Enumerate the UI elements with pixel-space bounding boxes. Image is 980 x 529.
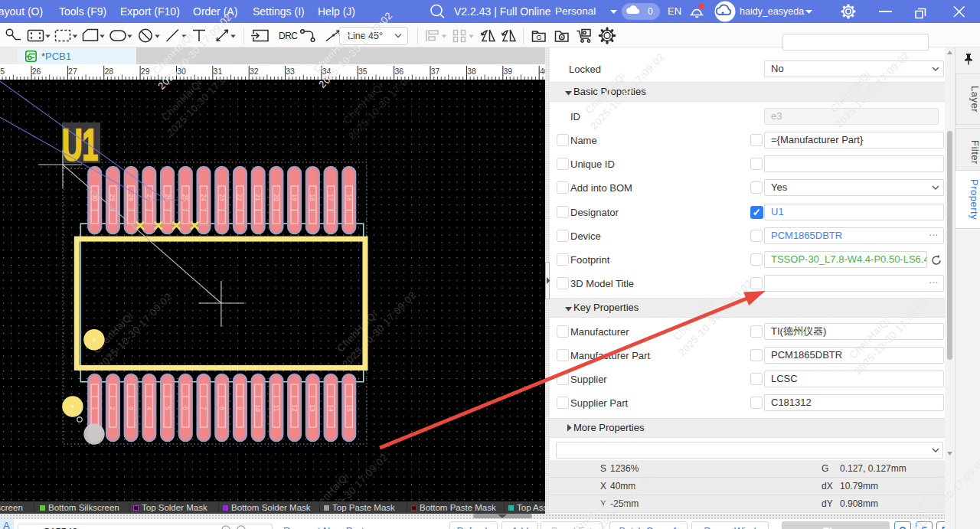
svg-text:16: 16 — [345, 194, 353, 201]
svg-text:19: 19 — [291, 194, 299, 201]
svg-text:36: 36 — [394, 67, 403, 76]
svg-text:24: 24 — [200, 194, 207, 201]
svg-text:14: 14 — [327, 404, 335, 412]
svg-text:18: 18 — [309, 194, 316, 201]
svg-text:22: 22 — [236, 194, 243, 201]
svg-text:35: 35 — [358, 67, 368, 76]
svg-text:25: 25 — [0, 67, 5, 76]
svg-text:37: 37 — [431, 67, 440, 76]
svg-text:29: 29 — [141, 67, 150, 76]
svg-text:29: 29 — [109, 194, 116, 201]
svg-text:11: 11 — [273, 405, 280, 412]
svg-text:32: 32 — [250, 67, 259, 76]
svg-text:9: 9 — [236, 407, 243, 410]
svg-text:38: 38 — [467, 67, 476, 76]
svg-text:2: 2 — [109, 407, 116, 410]
svg-text:31: 31 — [214, 67, 223, 76]
svg-text:30: 30 — [177, 67, 186, 76]
svg-text:27: 27 — [68, 67, 77, 76]
svg-text:0: 0 — [648, 6, 653, 17]
svg-text:6: 6 — [181, 407, 189, 410]
svg-text:12: 12 — [291, 404, 299, 412]
svg-text:40: 40 — [540, 67, 545, 76]
svg-text:1: 1 — [91, 407, 99, 410]
svg-text:39: 39 — [504, 67, 513, 76]
svg-text:DRC: DRC — [279, 31, 298, 41]
svg-text:23: 23 — [218, 194, 226, 201]
svg-text:8: 8 — [218, 407, 226, 410]
svg-text:U1: U1 — [62, 119, 98, 169]
svg-text:21: 21 — [254, 194, 262, 201]
svg-text:3: 3 — [127, 407, 135, 410]
svg-text:34: 34 — [322, 67, 332, 76]
svg-text:13: 13 — [309, 404, 316, 412]
svg-text:Line 45°: Line 45° — [348, 31, 383, 41]
svg-text:33: 33 — [286, 67, 295, 76]
svg-text:28: 28 — [104, 67, 113, 76]
svg-text:28: 28 — [127, 194, 135, 201]
svg-text:15: 15 — [345, 404, 353, 412]
svg-text:17: 17 — [327, 194, 335, 201]
svg-text:20: 20 — [273, 194, 280, 201]
svg-text:26: 26 — [32, 67, 41, 76]
svg-text:7: 7 — [200, 407, 207, 410]
svg-text:10: 10 — [254, 404, 262, 412]
svg-text:G: G — [537, 34, 542, 41]
svg-text:5: 5 — [164, 407, 172, 410]
svg-text:4: 4 — [145, 407, 153, 410]
